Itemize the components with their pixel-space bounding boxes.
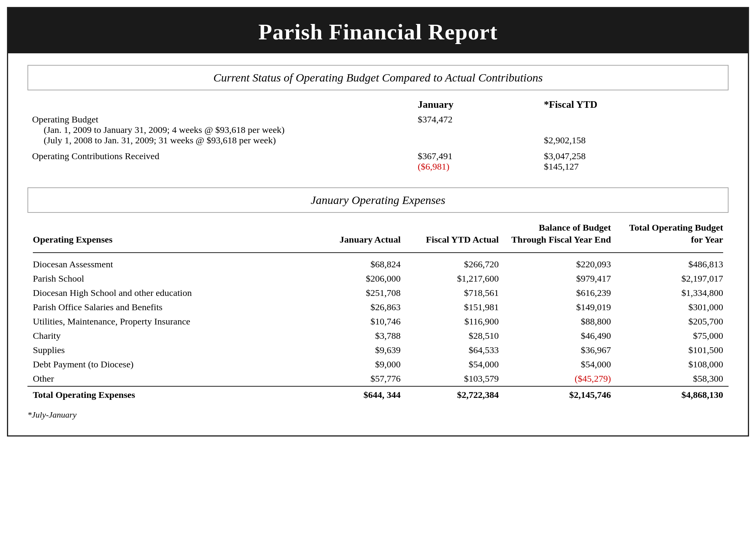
expenses-box: January Operating Expenses: [27, 187, 729, 213]
budget-row-contributions: Operating Contributions Received $367,49…: [27, 147, 729, 173]
operating-budget-box: Current Status of Operating Budget Compa…: [27, 65, 729, 90]
operating-budget-ytd: $2,902,158: [539, 113, 666, 147]
budget-row-operating: Operating Budget (Jan. 1, 2009 to Januar…: [27, 113, 729, 147]
expense-row-charity: Charity $3,788 $28,510 $46,490 $75,000: [27, 329, 729, 343]
budget-column-headers: January *Fiscal YTD: [27, 97, 729, 113]
expense-label-header: Operating Expenses: [27, 220, 315, 249]
expenses-column-headers: Operating Expenses January Actual Fiscal…: [27, 220, 729, 249]
col-ytd-header: *Fiscal YTD: [539, 97, 666, 113]
contributions-jan-value: $367,491: [418, 151, 535, 161]
expense-row-parish-school: Parish School $206,000 $1,217,600 $979,4…: [27, 272, 729, 286]
expense-row-supplies: Supplies $9,639 $64,533 $36,967 $101,500: [27, 343, 729, 357]
report-container: Parish Financial Report Current Status o…: [7, 7, 749, 437]
expense-row-debt: Debt Payment (to Diocese) $9,000 $54,000…: [27, 357, 729, 372]
jan-actual-header: January Actual: [315, 220, 406, 249]
operating-budget-table: January *Fiscal YTD Operating Budget (Ja…: [27, 97, 729, 173]
balance-header: Balance of Budget Through Fiscal Year En…: [504, 220, 616, 249]
expense-row-utilities: Utilities, Maintenance, Property Insuran…: [27, 314, 729, 329]
operating-budget-label: Operating Budget: [32, 114, 409, 125]
col-january-header: January: [413, 97, 540, 113]
operating-budget-sublabel2: (July 1, 2008 to Jan. 31, 2009; 31 weeks…: [32, 135, 409, 146]
operating-budget-title: Current Status of Operating Budget Compa…: [213, 71, 543, 84]
operating-budget-jan: $374,472: [413, 113, 540, 147]
report-title: Parish Financial Report: [16, 19, 740, 45]
expense-row-diocesan-high: Diocesan High School and other education…: [27, 286, 729, 300]
footnote: *July-January: [27, 410, 729, 420]
expenses-table: Operating Expenses January Actual Fiscal…: [27, 220, 729, 402]
contributions-ytd-value: $3,047,258: [544, 151, 661, 161]
contributions-ytd-diff: $145,127: [544, 161, 661, 172]
expense-row-parish-office: Parish Office Salaries and Benefits $26,…: [27, 300, 729, 314]
report-header: Parish Financial Report: [8, 8, 748, 53]
expense-row-total: Total Operating Expenses $644, 344 $2,72…: [27, 386, 729, 402]
contributions-jan-diff: ($6,981): [418, 161, 535, 172]
report-content: Current Status of Operating Budget Compa…: [8, 53, 748, 435]
expense-row-other: Other $57,776 $103,579 ($45,279) $58,300: [27, 372, 729, 386]
total-budget-header: Total Operating Budget for Year: [616, 220, 729, 249]
operating-budget-sublabel1: (Jan. 1, 2009 to January 31, 2009; 4 wee…: [32, 125, 409, 135]
contributions-label: Operating Contributions Received: [27, 147, 413, 173]
expenses-title: January Operating Expenses: [311, 194, 445, 206]
ytd-actual-header: Fiscal YTD Actual: [406, 220, 504, 249]
expense-row-diocesan-assessment: Diocesan Assessment $68,824 $266,720 $22…: [27, 257, 729, 272]
